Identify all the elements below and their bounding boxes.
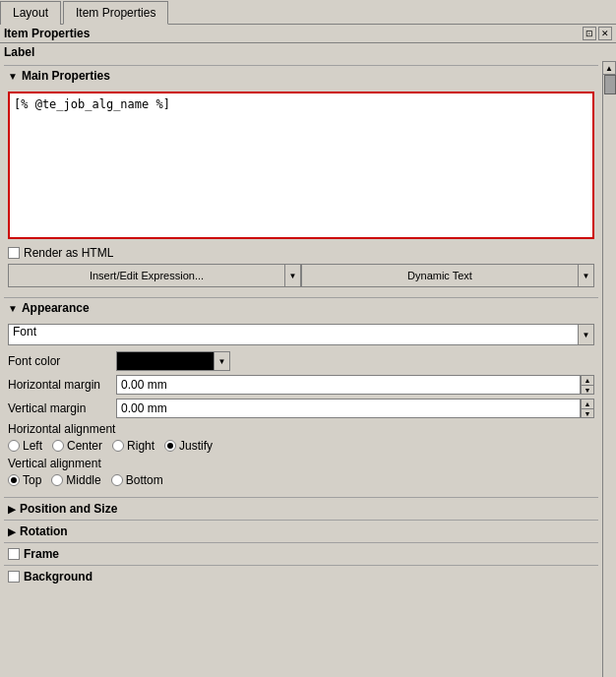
tab-item-properties[interactable]: Item Properties — [63, 1, 168, 25]
valign-top-radio[interactable] — [8, 474, 20, 486]
font-color-dropdown[interactable]: ▼ — [215, 351, 230, 371]
dynamic-text-dropdown[interactable]: ▼ — [579, 264, 594, 287]
tab-layout-label: Layout — [13, 6, 48, 20]
valign-bottom-label: Bottom — [126, 473, 163, 487]
font-dropdown-arrow[interactable]: ▼ — [579, 324, 594, 345]
valign-top-item[interactable]: Top — [8, 473, 41, 487]
vertical-alignment-label: Vertical alignment — [8, 457, 594, 470]
insert-edit-dropdown[interactable]: ▼ — [285, 264, 301, 287]
scroll-track: ▲ ▼ — [602, 61, 616, 677]
align-right-radio[interactable] — [112, 440, 124, 452]
align-right-item[interactable]: Right — [112, 439, 154, 453]
scroll-up-arrow[interactable]: ▲ — [602, 61, 616, 75]
insert-edit-button[interactable]: Insert/Edit Expression... — [8, 264, 285, 287]
horizontal-alignment-label: Horizontal alignment — [8, 422, 594, 436]
vertical-margin-up[interactable]: ▲ — [581, 399, 594, 408]
background-label: Background — [24, 570, 92, 584]
horizontal-margin-down[interactable]: ▼ — [581, 385, 594, 395]
appearance-body: Font ▼ Font color ▼ Horizontal margin — [4, 318, 598, 497]
align-left-radio[interactable] — [8, 440, 20, 452]
align-justify-item[interactable]: Justify — [164, 439, 213, 453]
main-properties-section-header[interactable]: ▼ Main Properties — [4, 65, 598, 86]
vertical-margin-label: Vertical margin — [8, 401, 116, 415]
rotation-header[interactable]: ▶ Rotation — [4, 521, 598, 542]
horizontal-alignment-section: Horizontal alignment Left Center Right — [8, 422, 594, 453]
font-select[interactable]: Font — [8, 324, 579, 345]
render-html-row: Render as HTML — [8, 242, 594, 264]
align-left-item[interactable]: Left — [8, 439, 42, 453]
align-center-item[interactable]: Center — [52, 439, 102, 453]
render-html-label: Render as HTML — [24, 246, 113, 260]
position-size-header[interactable]: ▶ Position and Size — [4, 498, 598, 520]
align-justify-label: Justify — [179, 439, 213, 453]
valign-top-label: Top — [23, 473, 41, 487]
valign-middle-item[interactable]: Middle — [51, 473, 100, 487]
background-section[interactable]: Background — [4, 565, 598, 587]
frame-checkbox[interactable] — [8, 548, 20, 560]
content-area: ▼ Main Properties Render as HTML Insert/… — [0, 61, 616, 677]
vertical-margin-down[interactable]: ▼ — [581, 408, 594, 418]
rotation-arrow: ▶ — [8, 526, 16, 537]
align-justify-radio[interactable] — [164, 440, 176, 452]
font-row: Font ▼ — [8, 324, 594, 345]
position-size-section: ▶ Position and Size — [4, 497, 598, 520]
valign-bottom-item[interactable]: Bottom — [111, 473, 163, 487]
align-right-label: Right — [127, 439, 154, 453]
horizontal-margin-label: Horizontal margin — [8, 378, 116, 392]
vertical-margin-input[interactable] — [116, 399, 581, 418]
appearance-arrow: ▼ — [8, 303, 18, 314]
main-properties-body: Render as HTML Insert/Edit Expression...… — [4, 86, 598, 297]
scroll-thumb[interactable] — [604, 75, 616, 94]
panel-header: Item Properties ⊡ ✕ — [0, 25, 616, 43]
align-center-label: Center — [67, 439, 102, 453]
panel-subtitle: Label — [0, 43, 616, 61]
render-html-checkbox[interactable] — [8, 247, 20, 259]
restore-icon[interactable]: ⊡ — [583, 27, 596, 40]
appearance-label: Appearance — [22, 301, 90, 315]
horizontal-margin-spinners: ▲ ▼ — [581, 375, 594, 395]
background-checkbox[interactable] — [8, 571, 20, 583]
insert-edit-row: Insert/Edit Expression... ▼ Dynamic Text… — [8, 264, 594, 287]
horizontal-margin-row: Horizontal margin ▲ ▼ — [8, 375, 594, 395]
horizontal-margin-up[interactable]: ▲ — [581, 375, 594, 385]
frame-label: Frame — [24, 547, 59, 561]
tab-item-properties-label: Item Properties — [76, 6, 155, 20]
align-center-radio[interactable] — [52, 440, 64, 452]
position-size-arrow: ▶ — [8, 504, 16, 515]
font-color-picker[interactable] — [116, 351, 215, 371]
valign-middle-radio[interactable] — [51, 474, 63, 486]
main-properties-arrow: ▼ — [8, 71, 18, 82]
panel-header-icons: ⊡ ✕ — [583, 27, 612, 40]
font-color-label: Font color — [8, 354, 116, 368]
font-color-row: Font color ▼ — [8, 351, 594, 371]
horizontal-margin-input[interactable] — [116, 375, 581, 395]
close-icon[interactable]: ✕ — [598, 27, 612, 40]
valign-middle-label: Middle — [66, 473, 100, 487]
align-left-label: Left — [23, 439, 42, 453]
vertical-alignment-section: Vertical alignment Top Middle Bottom — [8, 457, 594, 487]
horizontal-alignment-group: Left Center Right Justify — [8, 439, 594, 453]
frame-section[interactable]: Frame — [4, 542, 598, 565]
vertical-alignment-group: Top Middle Bottom — [8, 473, 594, 487]
main-properties-label: Main Properties — [22, 69, 110, 83]
panel-title: Item Properties — [4, 27, 90, 40]
tab-bar: Layout Item Properties — [0, 0, 616, 25]
dynamic-text-button[interactable]: Dynamic Text — [301, 264, 579, 287]
position-size-label: Position and Size — [20, 502, 117, 516]
main-content: ▼ Main Properties Render as HTML Insert/… — [0, 61, 602, 591]
tab-layout[interactable]: Layout — [0, 1, 61, 25]
vertical-margin-row: Vertical margin ▲ ▼ — [8, 399, 594, 418]
expression-textarea[interactable] — [8, 92, 594, 239]
rotation-section: ▶ Rotation — [4, 520, 598, 542]
rotation-label: Rotation — [20, 524, 68, 538]
valign-bottom-radio[interactable] — [111, 474, 123, 486]
vertical-margin-spinners: ▲ ▼ — [581, 399, 594, 418]
appearance-section-header[interactable]: ▼ Appearance — [4, 297, 598, 318]
